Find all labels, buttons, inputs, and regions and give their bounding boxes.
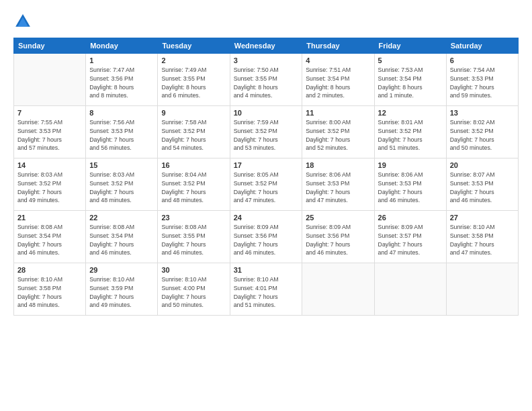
day-number: 28 xyxy=(17,266,82,274)
day-info: Sunrise: 8:03 AMSunset: 3:52 PMDaylight:… xyxy=(89,171,154,205)
day-info: Sunrise: 7:53 AMSunset: 3:54 PMDaylight:… xyxy=(378,66,443,100)
day-number: 6 xyxy=(450,56,515,64)
header-day-sunday: Sunday xyxy=(14,38,86,54)
day-info: Sunrise: 7:47 AMSunset: 3:56 PMDaylight:… xyxy=(89,66,154,100)
day-info: Sunrise: 7:54 AMSunset: 3:53 PMDaylight:… xyxy=(450,66,515,100)
week-row-4: 28Sunrise: 8:10 AMSunset: 3:58 PMDayligh… xyxy=(14,263,519,316)
day-cell xyxy=(374,263,446,316)
day-cell: 7Sunrise: 7:55 AMSunset: 3:53 PMDaylight… xyxy=(14,106,86,158)
day-cell: 12Sunrise: 8:01 AMSunset: 3:52 PMDayligh… xyxy=(374,106,446,158)
day-cell: 15Sunrise: 8:03 AMSunset: 3:52 PMDayligh… xyxy=(86,158,158,211)
day-info: Sunrise: 7:51 AMSunset: 3:54 PMDaylight:… xyxy=(306,66,370,100)
day-cell xyxy=(14,54,86,106)
day-info: Sunrise: 8:10 AMSunset: 4:00 PMDaylight:… xyxy=(161,275,226,310)
day-cell: 1Sunrise: 7:47 AMSunset: 3:56 PMDaylight… xyxy=(86,54,158,106)
header-day-tuesday: Tuesday xyxy=(158,38,230,54)
day-cell: 19Sunrise: 8:06 AMSunset: 3:53 PMDayligh… xyxy=(374,158,446,211)
header xyxy=(13,12,519,31)
day-cell: 26Sunrise: 8:09 AMSunset: 3:57 PMDayligh… xyxy=(374,211,446,263)
day-number: 4 xyxy=(306,56,370,64)
day-number: 18 xyxy=(306,161,370,169)
header-day-monday: Monday xyxy=(86,38,158,54)
day-number: 25 xyxy=(306,214,370,222)
day-cell: 4Sunrise: 7:51 AMSunset: 3:54 PMDaylight… xyxy=(302,54,374,106)
day-info: Sunrise: 7:59 AMSunset: 3:52 PMDaylight:… xyxy=(234,118,299,152)
day-info: Sunrise: 8:02 AMSunset: 3:52 PMDaylight:… xyxy=(450,118,515,152)
day-cell: 10Sunrise: 7:59 AMSunset: 3:52 PMDayligh… xyxy=(230,106,302,158)
day-number: 30 xyxy=(161,266,226,274)
day-number: 14 xyxy=(17,161,82,169)
day-info: Sunrise: 8:01 AMSunset: 3:52 PMDaylight:… xyxy=(378,118,443,152)
day-cell: 6Sunrise: 7:54 AMSunset: 3:53 PMDaylight… xyxy=(446,54,518,106)
day-info: Sunrise: 8:10 AMSunset: 3:58 PMDaylight:… xyxy=(17,275,82,310)
calendar-table: SundayMondayTuesdayWednesdayThursdayFrid… xyxy=(13,38,519,316)
day-number: 24 xyxy=(234,214,299,222)
day-cell: 11Sunrise: 8:00 AMSunset: 3:52 PMDayligh… xyxy=(302,106,374,158)
day-info: Sunrise: 8:06 AMSunset: 3:53 PMDaylight:… xyxy=(378,171,443,205)
day-info: Sunrise: 8:00 AMSunset: 3:52 PMDaylight:… xyxy=(306,118,370,152)
day-info: Sunrise: 7:55 AMSunset: 3:53 PMDaylight:… xyxy=(17,118,82,152)
day-number: 10 xyxy=(234,109,299,117)
day-number: 22 xyxy=(89,214,154,222)
day-cell: 3Sunrise: 7:50 AMSunset: 3:55 PMDaylight… xyxy=(230,54,302,106)
day-number: 19 xyxy=(378,161,443,169)
day-number: 23 xyxy=(161,214,226,222)
week-row-0: 1Sunrise: 7:47 AMSunset: 3:56 PMDaylight… xyxy=(14,54,519,106)
day-number: 31 xyxy=(234,266,299,274)
day-number: 2 xyxy=(161,56,226,64)
day-cell: 22Sunrise: 8:08 AMSunset: 3:54 PMDayligh… xyxy=(86,211,158,263)
day-cell: 23Sunrise: 8:08 AMSunset: 3:55 PMDayligh… xyxy=(158,211,230,263)
day-cell xyxy=(302,263,374,316)
day-number: 15 xyxy=(89,161,154,169)
day-info: Sunrise: 7:50 AMSunset: 3:55 PMDaylight:… xyxy=(234,66,299,100)
day-number: 7 xyxy=(17,109,82,117)
day-cell: 9Sunrise: 7:58 AMSunset: 3:52 PMDaylight… xyxy=(158,106,230,158)
header-row: SundayMondayTuesdayWednesdayThursdayFrid… xyxy=(14,38,519,54)
day-number: 26 xyxy=(378,214,443,222)
day-info: Sunrise: 8:08 AMSunset: 3:54 PMDaylight:… xyxy=(17,223,82,257)
day-number: 9 xyxy=(161,109,226,117)
day-info: Sunrise: 8:10 AMSunset: 4:01 PMDaylight:… xyxy=(234,275,299,310)
week-row-3: 21Sunrise: 8:08 AMSunset: 3:54 PMDayligh… xyxy=(14,211,519,263)
day-number: 21 xyxy=(17,214,82,222)
day-number: 16 xyxy=(161,161,226,169)
day-info: Sunrise: 8:03 AMSunset: 3:52 PMDaylight:… xyxy=(17,171,82,205)
day-number: 13 xyxy=(450,109,515,117)
day-info: Sunrise: 8:10 AMSunset: 3:59 PMDaylight:… xyxy=(89,275,154,310)
logo-icon xyxy=(13,12,32,31)
day-cell: 13Sunrise: 8:02 AMSunset: 3:52 PMDayligh… xyxy=(446,106,518,158)
day-info: Sunrise: 8:09 AMSunset: 3:57 PMDaylight:… xyxy=(378,223,443,257)
header-day-wednesday: Wednesday xyxy=(230,38,302,54)
day-info: Sunrise: 8:08 AMSunset: 3:54 PMDaylight:… xyxy=(89,223,154,257)
day-info: Sunrise: 8:07 AMSunset: 3:53 PMDaylight:… xyxy=(450,171,515,205)
day-info: Sunrise: 7:49 AMSunset: 3:55 PMDaylight:… xyxy=(161,66,226,100)
day-cell: 18Sunrise: 8:06 AMSunset: 3:53 PMDayligh… xyxy=(302,158,374,211)
day-info: Sunrise: 7:56 AMSunset: 3:53 PMDaylight:… xyxy=(89,118,154,152)
day-info: Sunrise: 8:09 AMSunset: 3:56 PMDaylight:… xyxy=(234,223,299,257)
day-cell: 21Sunrise: 8:08 AMSunset: 3:54 PMDayligh… xyxy=(14,211,86,263)
day-number: 8 xyxy=(89,109,154,117)
day-info: Sunrise: 8:10 AMSunset: 3:58 PMDaylight:… xyxy=(450,223,515,257)
day-cell: 5Sunrise: 7:53 AMSunset: 3:54 PMDaylight… xyxy=(374,54,446,106)
week-row-1: 7Sunrise: 7:55 AMSunset: 3:53 PMDaylight… xyxy=(14,106,519,158)
day-info: Sunrise: 8:09 AMSunset: 3:56 PMDaylight:… xyxy=(306,223,370,257)
week-row-2: 14Sunrise: 8:03 AMSunset: 3:52 PMDayligh… xyxy=(14,158,519,211)
header-day-saturday: Saturday xyxy=(446,38,518,54)
day-number: 20 xyxy=(450,161,515,169)
day-cell: 29Sunrise: 8:10 AMSunset: 3:59 PMDayligh… xyxy=(86,263,158,316)
day-cell xyxy=(446,263,518,316)
day-info: Sunrise: 8:05 AMSunset: 3:52 PMDaylight:… xyxy=(234,171,299,205)
day-number: 17 xyxy=(234,161,299,169)
day-number: 29 xyxy=(89,266,154,274)
day-info: Sunrise: 8:06 AMSunset: 3:53 PMDaylight:… xyxy=(306,171,370,205)
day-cell: 14Sunrise: 8:03 AMSunset: 3:52 PMDayligh… xyxy=(14,158,86,211)
header-day-friday: Friday xyxy=(374,38,446,54)
day-number: 27 xyxy=(450,214,515,222)
day-number: 1 xyxy=(89,56,154,64)
day-cell: 27Sunrise: 8:10 AMSunset: 3:58 PMDayligh… xyxy=(446,211,518,263)
day-info: Sunrise: 8:08 AMSunset: 3:55 PMDaylight:… xyxy=(161,223,226,257)
day-cell: 17Sunrise: 8:05 AMSunset: 3:52 PMDayligh… xyxy=(230,158,302,211)
header-day-thursday: Thursday xyxy=(302,38,374,54)
day-cell: 28Sunrise: 8:10 AMSunset: 3:58 PMDayligh… xyxy=(14,263,86,316)
day-cell: 30Sunrise: 8:10 AMSunset: 4:00 PMDayligh… xyxy=(158,263,230,316)
